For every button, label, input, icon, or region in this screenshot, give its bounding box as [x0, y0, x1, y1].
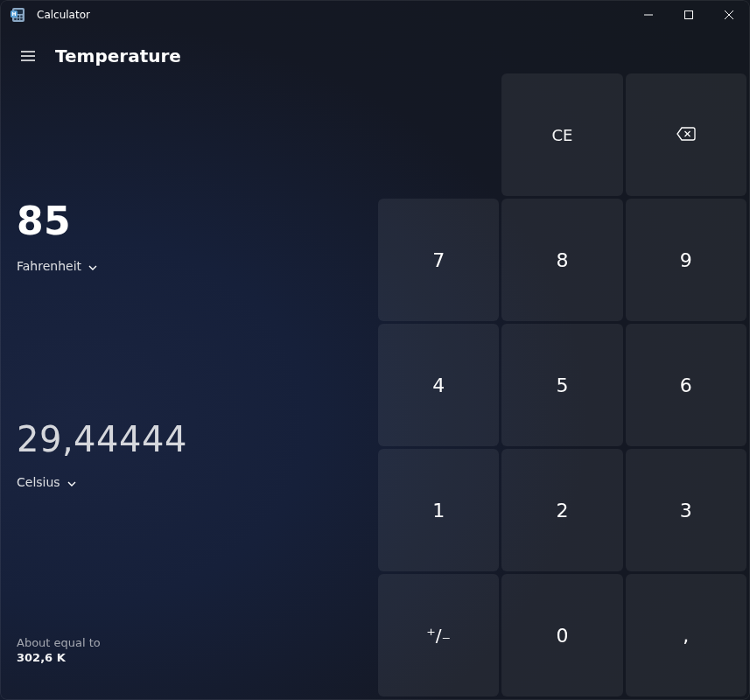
- content-area: 85 Fahrenheit 29,44444 Celsius: [1, 71, 749, 699]
- digit-0-button[interactable]: 0: [501, 574, 622, 696]
- digit-2-button[interactable]: 2: [501, 449, 622, 571]
- svg-rect-11: [685, 11, 693, 19]
- chevron-down-icon: [88, 259, 97, 273]
- svg-rect-4: [20, 16, 22, 18]
- to-unit-label: Celsius: [17, 475, 60, 489]
- digit-5-button[interactable]: 5: [501, 324, 622, 446]
- digit-3-button[interactable]: 3: [626, 449, 746, 571]
- app-window: H Calculator Temperature: [0, 0, 750, 700]
- app-icon: H: [9, 5, 28, 24]
- svg-rect-5: [14, 18, 16, 20]
- svg-rect-3: [18, 16, 19, 18]
- svg-text:H: H: [11, 10, 16, 17]
- titlebar: H Calculator: [1, 1, 749, 29]
- digit-6-button[interactable]: 6: [626, 324, 746, 446]
- to-value-block[interactable]: 29,44444 Celsius: [17, 419, 378, 490]
- maximize-button[interactable]: [669, 1, 709, 29]
- keypad-spacer: [378, 74, 499, 196]
- clear-entry-button[interactable]: CE: [501, 74, 622, 196]
- app-title: Calculator: [37, 9, 90, 21]
- about-equal-block: About equal to 302,6 K: [17, 636, 101, 664]
- digit-4-button[interactable]: 4: [378, 324, 499, 446]
- digit-1-button[interactable]: 1: [378, 449, 499, 571]
- from-value-block[interactable]: 85 Fahrenheit: [17, 199, 378, 274]
- digit-9-button[interactable]: 9: [626, 199, 746, 321]
- digit-7-button[interactable]: 7: [378, 199, 499, 321]
- from-value: 85: [17, 199, 378, 243]
- conversion-pane: 85 Fahrenheit 29,44444 Celsius: [1, 71, 378, 699]
- keypad: CE 7 8 9 4 5 6 1 2 3 ⁺/₋ 0 ,: [378, 71, 749, 699]
- from-unit-select[interactable]: Fahrenheit: [17, 259, 97, 273]
- window-controls: [628, 1, 749, 29]
- close-button[interactable]: [709, 1, 749, 29]
- mode-header: Temperature: [1, 29, 749, 71]
- svg-rect-7: [20, 18, 22, 20]
- backspace-button[interactable]: [626, 74, 746, 196]
- digit-8-button[interactable]: 8: [501, 199, 622, 321]
- about-equal-label: About equal to: [17, 636, 101, 649]
- navigation-menu-button[interactable]: [13, 41, 43, 71]
- mode-title: Temperature: [55, 46, 181, 66]
- svg-rect-6: [18, 18, 19, 20]
- backspace-icon: [676, 126, 696, 144]
- to-value: 29,44444: [17, 419, 378, 459]
- to-unit-select[interactable]: Celsius: [17, 475, 76, 489]
- chevron-down-icon: [67, 475, 76, 489]
- minimize-button[interactable]: [628, 1, 669, 29]
- about-equal-value: 302,6 K: [17, 651, 101, 664]
- from-unit-label: Fahrenheit: [17, 259, 81, 273]
- decimal-button[interactable]: ,: [626, 574, 746, 696]
- plus-minus-button[interactable]: ⁺/₋: [378, 574, 499, 696]
